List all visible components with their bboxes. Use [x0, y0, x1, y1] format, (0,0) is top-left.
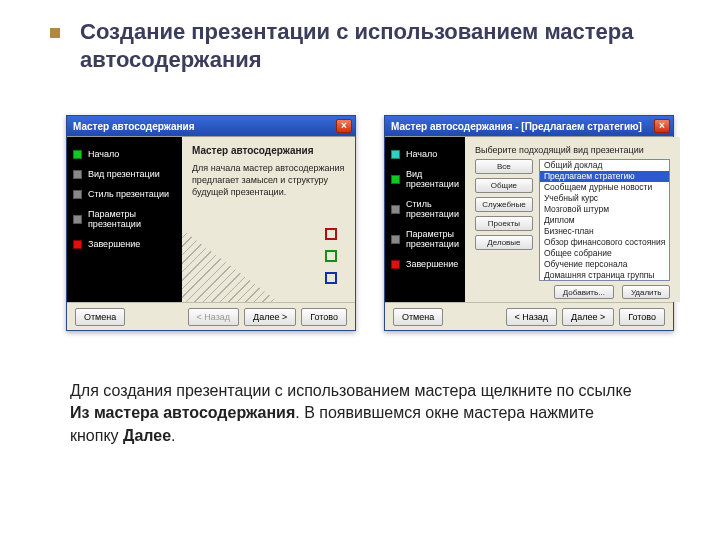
list-item[interactable]: Предлагаем стратегию [540, 171, 670, 182]
step-type: Вид презентации [391, 169, 459, 189]
decoration-area [182, 222, 355, 302]
body-paragraph: Для создания презентации с использование… [70, 380, 640, 447]
delete-button[interactable]: Удалить [622, 285, 671, 299]
step-start: Начало [73, 149, 176, 159]
deco-square-blue [325, 272, 337, 284]
step-type: Вид презентации [73, 169, 176, 179]
add-button[interactable]: Добавить... [554, 285, 614, 299]
hatch-pattern [182, 222, 292, 302]
list-item[interactable]: Бизнес-план [540, 226, 670, 237]
step-finish: Завершение [391, 259, 459, 269]
next-button[interactable]: Далее > [244, 308, 296, 326]
cancel-button[interactable]: Отмена [75, 308, 125, 326]
body-text-link1: Из мастера автосодержания [70, 404, 295, 421]
wizard1-footer: Отмена < Назад Далее > Готово [67, 302, 355, 330]
wizard1-titlebar: Мастер автосодержания × [67, 116, 355, 136]
cat-service[interactable]: Служебные [475, 197, 533, 212]
list-item[interactable]: Общее собрание [540, 248, 670, 259]
title-bullet [50, 28, 60, 38]
step-params: Параметры презентации [73, 209, 176, 229]
step-style: Стиль презентации [73, 189, 176, 199]
wizard1-content-title: Мастер автосодержания [192, 145, 345, 156]
wizard1-steps-panel: Начало Вид презентации Стиль презентации… [67, 137, 182, 302]
wizard2-title: Мастер автосодержания - [Предлагаем стра… [391, 121, 654, 132]
wizard2-instruction: Выберите подходящий вид презентации [475, 145, 671, 155]
wizard1-content-desc: Для начала мастер автосодержания предлаг… [192, 162, 345, 198]
cat-business[interactable]: Деловые [475, 235, 533, 250]
back-button[interactable]: < Назад [506, 308, 558, 326]
wizard2-footer: Отмена < Назад Далее > Готово [385, 302, 673, 330]
wizard2-content: Выберите подходящий вид презентации Все … [465, 137, 681, 302]
back-button[interactable]: < Назад [188, 308, 240, 326]
list-item[interactable]: Обзор финансового состояния [540, 237, 670, 248]
body-text-1: Для создания презентации с использование… [70, 382, 632, 399]
step-style: Стиль презентации [391, 199, 459, 219]
next-button[interactable]: Далее > [562, 308, 614, 326]
list-item[interactable]: Учебный курс [540, 193, 670, 204]
finish-button[interactable]: Готово [301, 308, 347, 326]
category-buttons: Все Общие Служебные Проекты Деловые [475, 159, 533, 281]
list-item[interactable]: Сообщаем дурные новости [540, 182, 670, 193]
step-params: Параметры презентации [391, 229, 459, 249]
list-item[interactable]: Домашняя страница группы [540, 270, 670, 281]
list-item[interactable]: Мозговой штурм [540, 204, 670, 215]
wizard1-content: Мастер автосодержания Для начала мастер … [182, 137, 355, 302]
slide-title: Создание презентации с использованием ма… [80, 18, 690, 73]
cat-projects[interactable]: Проекты [475, 216, 533, 231]
deco-square-green [325, 250, 337, 262]
step-start: Начало [391, 149, 459, 159]
wizard1-title: Мастер автосодержания [73, 121, 336, 132]
wizard2-titlebar: Мастер автосодержания - [Предлагаем стра… [385, 116, 673, 136]
cancel-button[interactable]: Отмена [393, 308, 443, 326]
body-text-link2: Далее [123, 427, 171, 444]
step-finish: Завершение [73, 239, 176, 249]
body-text-3: . [171, 427, 175, 444]
wizard1-window: Мастер автосодержания × Начало Вид презе… [66, 115, 356, 331]
cat-all[interactable]: Все [475, 159, 533, 174]
template-listbox[interactable]: Общий докладПредлагаем стратегиюСообщаем… [539, 159, 671, 281]
list-item[interactable]: Обучение персонала [540, 259, 670, 270]
list-item[interactable]: Диплом [540, 215, 670, 226]
deco-square-red [325, 228, 337, 240]
list-item[interactable]: Общий доклад [540, 160, 670, 171]
close-icon[interactable]: × [654, 119, 670, 133]
wizard2-window: Мастер автосодержания - [Предлагаем стра… [384, 115, 674, 331]
finish-button[interactable]: Готово [619, 308, 665, 326]
wizard2-steps-panel: Начало Вид презентации Стиль презентации… [385, 137, 465, 302]
close-icon[interactable]: × [336, 119, 352, 133]
cat-general[interactable]: Общие [475, 178, 533, 193]
screenshot-row: Мастер автосодержания × Начало Вид презе… [66, 115, 690, 331]
